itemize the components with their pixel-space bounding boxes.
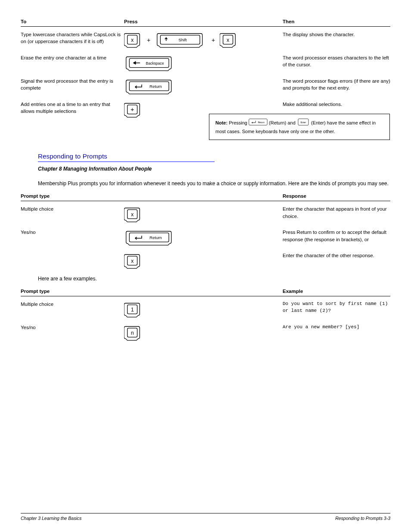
svg-rect-8 bbox=[129, 81, 169, 90]
footer-left: Chapter 3 Learning the Basics bbox=[21, 515, 81, 522]
section-subhead: Chapter 8 Managing Information About Peo… bbox=[38, 165, 390, 173]
table-row: Yes/no n Are you a new member? [yes] bbox=[21, 324, 390, 342]
section-heading: Responding to Prompts bbox=[38, 152, 390, 161]
svg-text:Return: Return bbox=[149, 84, 162, 89]
cell-response: Enter the character of the other respons… bbox=[272, 252, 390, 259]
cell-then: The display shows the character. bbox=[272, 31, 390, 38]
cell-type: Yes/no bbox=[21, 324, 124, 331]
table-a-header: To Press Then bbox=[21, 18, 390, 25]
th-press: Press bbox=[124, 18, 272, 25]
cell-then: Make additional selections. bbox=[272, 101, 390, 108]
svg-rect-18 bbox=[129, 233, 169, 242]
svg-text:x: x bbox=[227, 37, 230, 43]
examples-para: Here are a few examples. bbox=[38, 275, 390, 283]
table-row: x Enter the character of the other respo… bbox=[21, 252, 390, 270]
key-return: Return bbox=[124, 78, 176, 96]
cell-type: Yes/no bbox=[21, 229, 124, 236]
svg-text:1: 1 bbox=[131, 307, 134, 313]
cell-type: Multiple choice bbox=[21, 301, 124, 308]
th-type: Prompt type bbox=[21, 193, 124, 200]
cell-then: The word processor erases characters to … bbox=[272, 54, 390, 68]
key-generic: x bbox=[220, 31, 238, 49]
th-then: Then bbox=[272, 18, 390, 25]
cell-example: Are you a new member? [yes] bbox=[272, 324, 390, 331]
cell-keys: Backspace bbox=[124, 54, 272, 72]
cell-keys: x bbox=[124, 252, 272, 270]
cell-keys: x bbox=[124, 205, 272, 224]
page-footer: Chapter 3 Learning the Basics Responding… bbox=[21, 513, 390, 522]
note-enter-key: Enter bbox=[297, 118, 310, 128]
note-part-a: Pressing bbox=[229, 120, 249, 125]
cell-to: Add entries one at a time to an entry th… bbox=[21, 101, 124, 115]
th-type2: Prompt type bbox=[21, 288, 124, 295]
cell-keys: Return bbox=[124, 78, 272, 96]
key-shift: Shift bbox=[155, 31, 207, 49]
key-1: 1 bbox=[124, 301, 142, 319]
section-para: Membership Plus prompts you for informat… bbox=[38, 180, 390, 187]
cell-type: Multiple choice bbox=[21, 205, 124, 213]
cell-response: Enter the character that appears in fron… bbox=[272, 205, 390, 220]
cell-example: Do you want to sort by first name (1) or… bbox=[272, 301, 390, 314]
footer-right: Responding to Prompts 3-3 bbox=[335, 515, 390, 522]
cell-to: Type lowercase characters while CapsLock… bbox=[21, 31, 124, 45]
table-row: Multiple choice 1 Do you want to sort by… bbox=[21, 301, 390, 319]
key-label: x bbox=[131, 37, 134, 43]
cell-keys: 1 bbox=[124, 301, 272, 319]
note-return-key: Return bbox=[249, 118, 268, 128]
cell-response: Press Return to confirm or to accept the… bbox=[272, 229, 390, 243]
svg-text:Return: Return bbox=[149, 235, 162, 240]
cell-keys: n bbox=[124, 324, 272, 342]
table-row: Signal the word processor that the entry… bbox=[21, 78, 390, 96]
svg-text:Return: Return bbox=[258, 121, 265, 124]
cell-then: The word processor flags errors (if ther… bbox=[272, 78, 390, 92]
table-row: Yes/no Return Press Return to confirm or… bbox=[21, 229, 390, 247]
note-part-b: (Return) and bbox=[269, 120, 297, 125]
svg-text:+: + bbox=[131, 106, 134, 112]
table-row: Type lowercase characters while CapsLock… bbox=[21, 31, 390, 49]
svg-text:Backspace: Backspace bbox=[146, 61, 164, 65]
key-generic: x bbox=[124, 252, 142, 270]
svg-text:Shift: Shift bbox=[178, 37, 187, 42]
svg-text:x: x bbox=[131, 212, 134, 218]
svg-text:Enter: Enter bbox=[301, 121, 306, 124]
key-generic: x bbox=[124, 205, 142, 224]
note-label: Note: bbox=[215, 120, 227, 125]
cell-to: Signal the word processor that the entry… bbox=[21, 78, 124, 92]
plus-icon: + bbox=[146, 31, 152, 49]
section-rule bbox=[38, 162, 215, 162]
svg-text:n: n bbox=[131, 330, 134, 336]
th-response: Response bbox=[272, 193, 390, 200]
note-box: Note: Pressing Return (Return) and Enter… bbox=[209, 114, 390, 140]
cell-keys: x + Shift + x bbox=[124, 31, 272, 49]
table-row: Erase the entry one character at a time … bbox=[21, 54, 390, 72]
key-return: Return bbox=[124, 229, 176, 247]
table-c-header: Prompt type Example bbox=[21, 288, 390, 295]
th-to: To bbox=[21, 18, 124, 25]
cell-to: Erase the entry one character at a time bbox=[21, 54, 124, 62]
table-row: Multiple choice x Enter the character th… bbox=[21, 205, 390, 224]
key-backspace: Backspace bbox=[124, 54, 176, 72]
plus-icon: + bbox=[210, 31, 216, 49]
key-plus: + bbox=[124, 101, 142, 119]
th-example: Example bbox=[272, 288, 390, 295]
key-n: n bbox=[124, 324, 142, 342]
svg-text:x: x bbox=[131, 258, 134, 264]
table-b-header: Prompt type Response bbox=[21, 193, 390, 200]
cell-keys: Return bbox=[124, 229, 272, 247]
key-generic: x bbox=[124, 31, 142, 49]
